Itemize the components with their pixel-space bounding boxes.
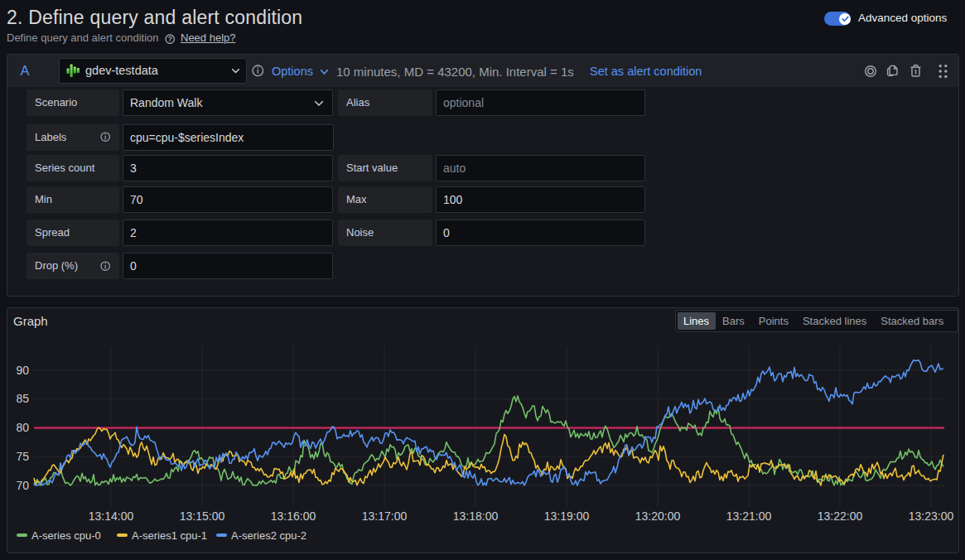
svg-text:13:20:00: 13:20:00 (635, 509, 681, 523)
svg-text:13:15:00: 13:15:00 (180, 509, 225, 523)
svg-text:13:16:00: 13:16:00 (271, 509, 316, 523)
svg-text:13:17:00: 13:17:00 (362, 509, 408, 523)
svg-text:80: 80 (16, 421, 29, 434)
svg-text:13:18:00: 13:18:00 (453, 509, 499, 523)
svg-text:13:22:00: 13:22:00 (818, 509, 863, 523)
svg-text:75: 75 (16, 450, 29, 463)
svg-text:13:23:00: 13:23:00 (909, 509, 954, 523)
svg-text:85: 85 (16, 392, 29, 405)
svg-text:90: 90 (16, 364, 29, 377)
svg-text:70: 70 (16, 479, 29, 492)
svg-text:13:19:00: 13:19:00 (544, 509, 590, 523)
svg-text:13:14:00: 13:14:00 (89, 509, 134, 523)
svg-text:?: ? (167, 35, 172, 43)
svg-text:13:21:00: 13:21:00 (726, 509, 772, 523)
